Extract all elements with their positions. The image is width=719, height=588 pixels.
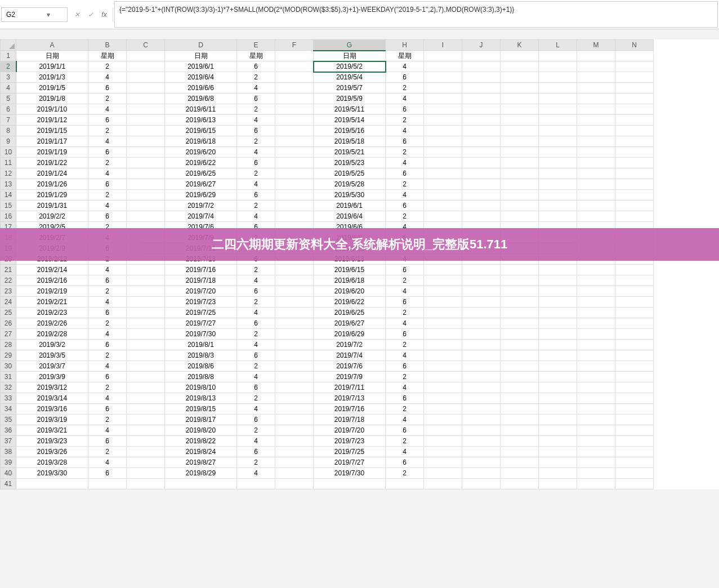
cell-F9[interactable]: [275, 136, 314, 147]
cell-J38[interactable]: [462, 447, 501, 457]
cell-G12[interactable]: 2019/5/25: [314, 168, 386, 179]
cell-L27[interactable]: [539, 329, 577, 340]
cell-G8[interactable]: 2019/5/16: [314, 126, 386, 136]
cell-H32[interactable]: 4: [386, 382, 424, 393]
cell-C27[interactable]: [127, 329, 165, 340]
cell-A21[interactable]: 2019/2/14: [16, 265, 88, 275]
cell-L1[interactable]: [539, 51, 577, 61]
cell-N1[interactable]: [615, 51, 654, 61]
cell-L35[interactable]: [539, 415, 577, 425]
row-header-23[interactable]: 23: [1, 286, 16, 297]
cell-E38[interactable]: 6: [237, 447, 275, 457]
column-header-E[interactable]: E: [237, 40, 275, 51]
cell-H31[interactable]: 2: [386, 372, 424, 382]
cell-E10[interactable]: 4: [237, 147, 275, 158]
cell-H41[interactable]: [386, 479, 424, 489]
cell-D16[interactable]: 2019/7/4: [165, 211, 237, 222]
cell-G36[interactable]: 2019/7/20: [314, 425, 386, 436]
cell-A24[interactable]: 2019/2/21: [16, 297, 88, 308]
cell-B19[interactable]: 6: [88, 243, 127, 254]
cell-H37[interactable]: 2: [386, 436, 424, 447]
cell-I30[interactable]: [424, 361, 462, 372]
column-header-L[interactable]: L: [539, 40, 577, 51]
cell-E21[interactable]: 2: [237, 265, 275, 275]
cell-B30[interactable]: 4: [88, 361, 127, 372]
cell-H16[interactable]: 2: [386, 211, 424, 222]
cell-N8[interactable]: [615, 126, 654, 136]
column-header-G[interactable]: G: [314, 40, 386, 51]
cell-D12[interactable]: 2019/6/25: [165, 168, 237, 179]
cell-C11[interactable]: [127, 158, 165, 168]
cell-C18[interactable]: [127, 233, 165, 243]
row-header-24[interactable]: 24: [1, 297, 16, 308]
column-header-C[interactable]: C: [127, 40, 165, 51]
cell-D35[interactable]: 2019/8/17: [165, 415, 237, 425]
cell-J14[interactable]: [462, 190, 501, 201]
cell-E13[interactable]: 4: [237, 179, 275, 190]
cell-E22[interactable]: 4: [237, 275, 275, 286]
cell-C32[interactable]: [127, 382, 165, 393]
row-header-7[interactable]: 7: [1, 115, 16, 126]
cell-B27[interactable]: 4: [88, 329, 127, 340]
cell-B36[interactable]: 4: [88, 425, 127, 436]
cell-M34[interactable]: [577, 404, 615, 415]
cell-J18[interactable]: [462, 233, 501, 243]
cell-D41[interactable]: [165, 479, 237, 489]
cell-E3[interactable]: 2: [237, 72, 275, 83]
cell-M3[interactable]: [577, 72, 615, 83]
cell-L34[interactable]: [539, 404, 577, 415]
cell-F37[interactable]: [275, 436, 314, 447]
cell-C23[interactable]: [127, 286, 165, 297]
cell-D22[interactable]: 2019/7/18: [165, 275, 237, 286]
cell-D11[interactable]: 2019/6/22: [165, 158, 237, 168]
confirm-formula-button[interactable]: ✓: [84, 8, 97, 21]
column-header-K[interactable]: K: [501, 40, 539, 51]
cell-N33[interactable]: [615, 393, 654, 404]
column-header-F[interactable]: F: [275, 40, 314, 51]
cell-D28[interactable]: 2019/8/1: [165, 340, 237, 350]
cell-E20[interactable]: 6: [237, 254, 275, 265]
cell-M2[interactable]: [577, 61, 615, 72]
cell-G31[interactable]: 2019/7/9: [314, 372, 386, 382]
cell-J23[interactable]: [462, 286, 501, 297]
cell-G2[interactable]: 2019/5/2: [314, 61, 386, 72]
cell-G32[interactable]: 2019/7/11: [314, 382, 386, 393]
cell-G34[interactable]: 2019/7/16: [314, 404, 386, 415]
cell-N35[interactable]: [615, 415, 654, 425]
cell-K1[interactable]: [501, 51, 539, 61]
cell-A23[interactable]: 2019/2/19: [16, 286, 88, 297]
cell-G29[interactable]: 2019/7/4: [314, 350, 386, 361]
insert-function-button[interactable]: fx: [98, 8, 110, 21]
cell-G3[interactable]: 2019/5/4: [314, 72, 386, 83]
cell-A38[interactable]: 2019/3/26: [16, 447, 88, 457]
row-header-22[interactable]: 22: [1, 275, 16, 286]
cell-L13[interactable]: [539, 179, 577, 190]
cell-H24[interactable]: 6: [386, 297, 424, 308]
cell-D34[interactable]: 2019/8/15: [165, 404, 237, 415]
cell-C2[interactable]: [127, 61, 165, 72]
cell-N9[interactable]: [615, 136, 654, 147]
row-header-34[interactable]: 34: [1, 404, 16, 415]
cell-M13[interactable]: [577, 179, 615, 190]
cell-A1[interactable]: 日期: [16, 51, 88, 61]
cell-G6[interactable]: 2019/5/11: [314, 104, 386, 115]
cell-M12[interactable]: [577, 168, 615, 179]
cell-D21[interactable]: 2019/7/16: [165, 265, 237, 275]
cell-I7[interactable]: [424, 115, 462, 126]
cell-K29[interactable]: [501, 350, 539, 361]
cell-A35[interactable]: 2019/3/19: [16, 415, 88, 425]
cell-B13[interactable]: 6: [88, 179, 127, 190]
cell-N10[interactable]: [615, 147, 654, 158]
cell-H11[interactable]: 4: [386, 158, 424, 168]
cell-A18[interactable]: 2019/2/7: [16, 233, 88, 243]
cell-G33[interactable]: 2019/7/13: [314, 393, 386, 404]
cell-I1[interactable]: [424, 51, 462, 61]
cell-A13[interactable]: 2019/1/26: [16, 179, 88, 190]
cell-K10[interactable]: [501, 147, 539, 158]
cell-L11[interactable]: [539, 158, 577, 168]
cell-L19[interactable]: [539, 243, 577, 254]
cell-I5[interactable]: [424, 93, 462, 104]
cell-A22[interactable]: 2019/2/16: [16, 275, 88, 286]
cell-C17[interactable]: [127, 222, 165, 233]
cell-E26[interactable]: 6: [237, 318, 275, 329]
